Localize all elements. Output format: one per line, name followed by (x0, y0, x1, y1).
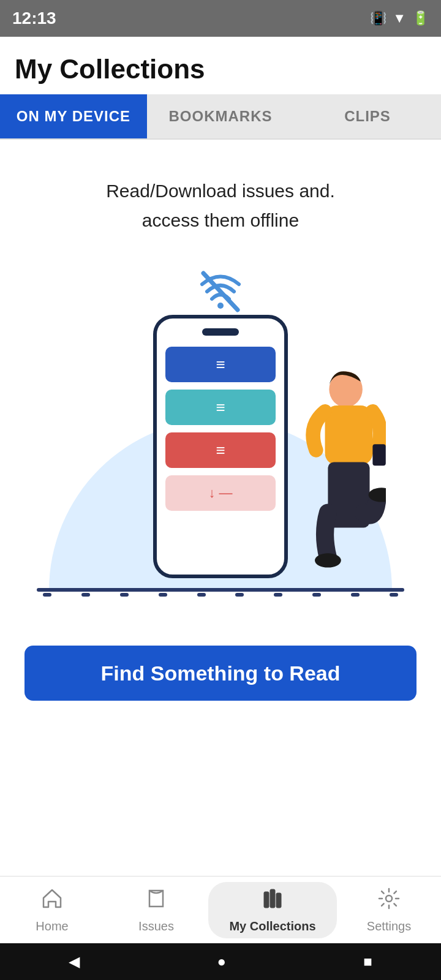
my-collections-icon (261, 887, 284, 916)
phone-card-1: ≡ (165, 347, 276, 382)
nav-home[interactable]: Home (0, 887, 104, 933)
page-title: My Collections (15, 54, 205, 84)
empty-state-text: Read/Download issues and. access them of… (106, 176, 335, 235)
status-bar: 12:13 📳 ▼ 🔋 (0, 0, 441, 37)
person-illustration (288, 361, 386, 581)
wifi-icon: ▼ (393, 10, 406, 26)
download-icon: ↓ — (208, 485, 232, 501)
phone-mockup: ≡ ≡ ≡ ↓ — (153, 315, 288, 578)
svg-rect-10 (276, 893, 281, 908)
card-icon-2: ≡ (216, 398, 225, 417)
tab-clips[interactable]: CLIPS (294, 94, 441, 138)
ground-line (37, 588, 404, 592)
phone-card-2: ≡ (165, 390, 276, 425)
phone-card-3: ≡ (165, 432, 276, 468)
settings-icon (377, 887, 401, 916)
find-something-button[interactable]: Find Something to Read (24, 646, 417, 701)
header: My Collections (0, 37, 441, 94)
card-icon-3: ≡ (216, 441, 225, 460)
nav-home-label: Home (36, 919, 68, 933)
phone-notch (202, 328, 239, 336)
nav-my-collections[interactable]: My Collections (208, 882, 337, 938)
status-icons: 📳 ▼ 🔋 (370, 10, 429, 26)
nav-issues-label: Issues (138, 919, 174, 933)
svg-point-6 (315, 553, 341, 567)
home-icon (40, 887, 64, 916)
nav-my-collections-label: My Collections (229, 919, 315, 933)
tab-on-device[interactable]: ON MY DEVICE (0, 94, 147, 138)
svg-point-11 (386, 895, 392, 902)
android-home[interactable]: ● (217, 953, 226, 970)
nav-settings[interactable]: Settings (337, 887, 441, 933)
svg-rect-3 (325, 405, 373, 465)
bottom-nav: Home Issues My Collections Settings (0, 876, 441, 943)
issues-icon (145, 887, 168, 916)
nav-settings-label: Settings (367, 919, 411, 933)
svg-rect-4 (372, 444, 385, 466)
vibrate-icon: 📳 (370, 10, 386, 26)
phone-card-4: ↓ — (165, 475, 276, 511)
svg-point-0 (217, 303, 224, 309)
android-nav: ◀ ● ■ (0, 943, 441, 980)
svg-rect-8 (264, 892, 269, 908)
android-back[interactable]: ◀ (69, 953, 80, 970)
ground-dots (37, 593, 404, 597)
android-recent[interactable]: ■ (363, 953, 372, 970)
tabs-container: ON MY DEVICE BOOKMARKS CLIPS (0, 94, 441, 140)
illustration: ≡ ≡ ≡ ↓ — (37, 266, 404, 609)
nav-issues[interactable]: Issues (104, 887, 208, 933)
wifi-off-icon (196, 266, 245, 325)
battery-icon: 🔋 (412, 10, 429, 26)
card-icon-1: ≡ (216, 355, 225, 374)
main-content: Read/Download issues and. access them of… (0, 140, 441, 725)
svg-rect-9 (270, 889, 275, 908)
status-time: 12:13 (12, 9, 56, 28)
tab-bookmarks[interactable]: BOOKMARKS (147, 94, 294, 138)
